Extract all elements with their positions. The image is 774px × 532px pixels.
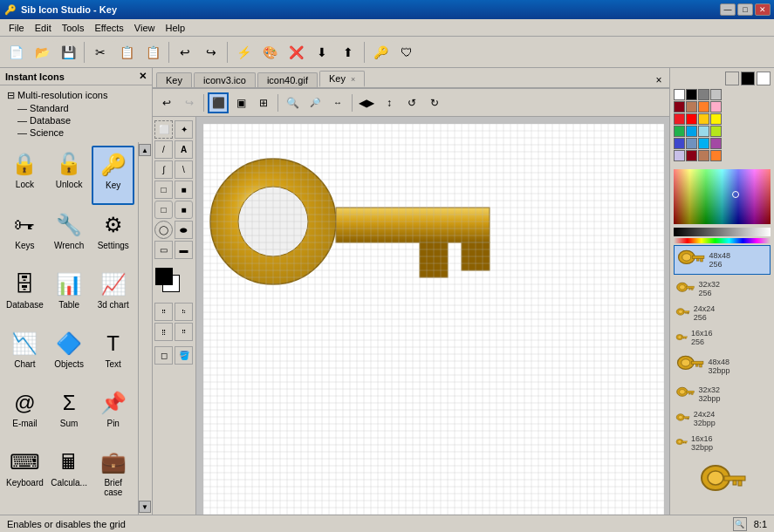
toolbar-btn-14[interactable]: ⬇ xyxy=(310,40,334,65)
toolbar-btn-12[interactable]: 🎨 xyxy=(257,40,282,65)
maximize-button[interactable]: □ xyxy=(737,3,753,16)
toolbar-btn-0[interactable]: 📄 xyxy=(3,40,28,65)
tree-science[interactable]: — Science xyxy=(3,126,148,139)
toolbar-btn-8[interactable]: ↩ xyxy=(173,40,197,65)
color-swatch[interactable] xyxy=(710,126,722,137)
rotate-left-btn[interactable]: ↺ xyxy=(401,92,422,113)
redo-button[interactable]: ↪ xyxy=(179,92,200,113)
icon-item-key[interactable]: 🔑Key xyxy=(92,146,134,205)
tree-standard[interactable]: — Standard xyxy=(3,102,148,114)
icon-item-objects[interactable]: 🔷Objects xyxy=(48,325,91,383)
rect-fill-2-tool[interactable]: ▬ xyxy=(175,241,193,259)
color-swatch[interactable] xyxy=(710,138,722,149)
lasso-tool[interactable]: ✦ xyxy=(175,120,193,139)
fg-color-swatch[interactable] xyxy=(155,268,173,285)
zoom-out-btn[interactable]: 🔎 xyxy=(305,92,325,113)
dot-grid-4-tool[interactable]: ⠿ xyxy=(175,323,193,341)
preview-item-1[interactable]: 32x32 256 xyxy=(674,278,771,299)
preview-item-6[interactable]: 24x24 32bpp xyxy=(674,408,771,429)
rect-outline-2-tool[interactable]: ▭ xyxy=(154,241,173,259)
color-swatch[interactable] xyxy=(710,89,722,100)
icon-item-sum[interactable]: ΣSum xyxy=(48,385,91,442)
menu-view[interactable]: View xyxy=(129,21,161,35)
color-selector-1[interactable] xyxy=(725,72,739,85)
main-canvas[interactable] xyxy=(196,117,669,515)
color-swatch[interactable] xyxy=(686,101,697,113)
dot-grid-3-tool[interactable]: ⣿ xyxy=(154,323,173,341)
panel-scrollbar[interactable]: ▲ ▼ xyxy=(138,142,152,515)
menu-file[interactable]: File xyxy=(3,21,30,35)
icon-item-calcula...[interactable]: 🖩Calcula... xyxy=(48,444,91,511)
color-swatch[interactable] xyxy=(698,89,709,100)
color-swatch[interactable] xyxy=(686,150,697,161)
bg-indicator[interactable] xyxy=(757,72,771,85)
color-swatch[interactable] xyxy=(674,101,685,113)
rect-btn[interactable]: ▣ xyxy=(230,92,251,113)
color-swatch[interactable] xyxy=(686,113,697,125)
color-swatch[interactable] xyxy=(698,126,709,137)
icon-item-keyboard[interactable]: ⌨Keyboard xyxy=(3,444,46,511)
preview-item-0[interactable]: 48x48 256 xyxy=(674,245,771,276)
icon-item-lock[interactable]: 🔒Lock xyxy=(3,146,46,205)
hue-bar[interactable] xyxy=(674,238,771,243)
color-swatch[interactable] xyxy=(698,138,709,149)
bucket-tool[interactable]: 🪣 xyxy=(175,346,193,365)
eraser-tool[interactable]: ◻ xyxy=(154,346,173,365)
icon-item-brief-case[interactable]: 💼Brief case xyxy=(92,444,134,511)
rotate-right-btn[interactable]: ↻ xyxy=(424,92,445,113)
tab-close-3[interactable]: × xyxy=(351,75,355,84)
toolbar-btn-18[interactable]: 🛡 xyxy=(394,40,419,65)
icon-item-unlock[interactable]: 🔓Unlock xyxy=(48,146,91,205)
menu-help[interactable]: Help xyxy=(160,21,190,35)
toolbar-btn-5[interactable]: 📋 xyxy=(114,40,139,65)
toolbar-btn-11[interactable]: ⚡ xyxy=(231,40,256,65)
tab-1[interactable]: iconv3.ico xyxy=(194,72,256,87)
zoom-in-btn[interactable]: 🔍 xyxy=(282,92,303,113)
icon-item-e-mail[interactable]: @E-mail xyxy=(3,385,46,442)
round-rect-fill-tool[interactable]: ■ xyxy=(175,201,193,219)
flip-h-btn[interactable]: ◀▶ xyxy=(356,92,377,113)
color-swatch[interactable] xyxy=(686,126,697,137)
color-swatch[interactable] xyxy=(698,150,709,161)
icon-item-table[interactable]: 📊Table xyxy=(48,266,91,324)
icon-item-pin[interactable]: 📌Pin xyxy=(92,385,134,442)
pixel-canvas[interactable] xyxy=(196,117,669,515)
toolbar-btn-2[interactable]: 💾 xyxy=(56,40,80,65)
icon-item-wrench[interactable]: 🔧Wrench xyxy=(48,207,91,264)
toolbar-btn-6[interactable]: 📋 xyxy=(140,40,165,65)
color-swatch[interactable] xyxy=(686,138,697,149)
tree-database[interactable]: — Database xyxy=(3,114,148,126)
line-tool[interactable]: \ xyxy=(175,160,193,179)
text-tool[interactable]: A xyxy=(175,140,193,159)
color-swatch[interactable] xyxy=(710,150,722,161)
icon-item-settings[interactable]: ⚙Settings xyxy=(92,207,134,264)
rect-outline-tool[interactable]: □ xyxy=(154,181,173,199)
icon-item-text[interactable]: TText xyxy=(92,325,134,383)
preview-item-3[interactable]: 16x16 256 xyxy=(674,327,771,348)
preview-item-5[interactable]: 32x32 32bpp xyxy=(674,384,771,405)
toolbar-btn-4[interactable]: ✂ xyxy=(88,40,113,65)
fg-indicator[interactable] xyxy=(741,72,755,85)
toolbar-btn-15[interactable]: ⬆ xyxy=(336,40,360,65)
marquee-tool[interactable]: ⬜ xyxy=(154,120,173,139)
tab-3[interactable]: Key× xyxy=(319,71,365,87)
flip-v-btn[interactable]: ↕ xyxy=(379,92,400,113)
color-swatch[interactable] xyxy=(674,113,685,125)
preview-item-4[interactable]: 48x48 32bpp xyxy=(674,351,771,380)
dot-grid-tool[interactable]: ⠿ xyxy=(154,303,173,321)
color-swatch[interactable] xyxy=(674,138,685,149)
color-swatch[interactable] xyxy=(674,89,685,100)
ellipse-outline-tool[interactable]: ◯ xyxy=(154,221,173,239)
minimize-button[interactable]: — xyxy=(720,3,736,16)
pencil-tool[interactable]: / xyxy=(154,140,173,159)
instant-icons-close[interactable]: ✕ xyxy=(139,71,147,82)
toolbar-btn-9[interactable]: ↪ xyxy=(199,40,223,65)
toolbar-btn-17[interactable]: 🔑 xyxy=(368,40,393,65)
grayscale-bar[interactable] xyxy=(674,228,771,235)
color-swatch[interactable] xyxy=(674,126,685,137)
toolbar-btn-1[interactable]: 📂 xyxy=(30,40,54,65)
icon-item-database[interactable]: 🗄Database xyxy=(3,266,46,324)
color-swatch[interactable] xyxy=(674,150,685,161)
zoom-fit-btn[interactable]: ↔ xyxy=(327,92,348,113)
zoom-indicator[interactable]: 🔍 xyxy=(733,517,747,531)
